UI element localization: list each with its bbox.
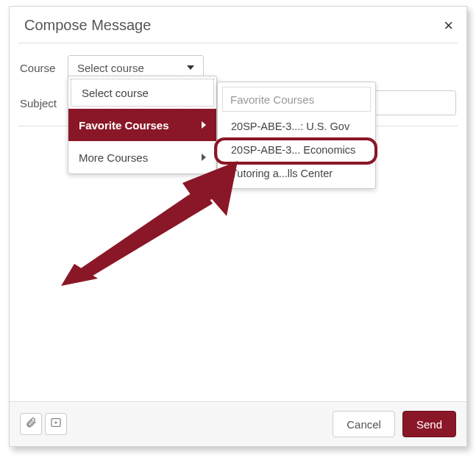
chevron-right-icon — [202, 154, 206, 161]
attach-button[interactable] — [20, 413, 42, 435]
subject-label: Subject — [20, 97, 68, 110]
send-button[interactable]: Send — [402, 411, 456, 437]
paperclip-icon — [25, 417, 37, 431]
footer-left — [20, 413, 67, 435]
media-button[interactable] — [45, 413, 67, 435]
course-label: Course — [20, 62, 68, 74]
svg-marker-4 — [55, 421, 58, 424]
course-dropdown: Select course Favorite Courses More Cour… — [68, 76, 217, 174]
dropdown-item-label: More Courses — [79, 151, 148, 164]
dropdown-item-label: Select course — [82, 87, 149, 99]
course-select-text: Select course — [77, 62, 144, 74]
chevron-right-icon — [202, 121, 206, 129]
dialog-footer: Cancel Send — [10, 401, 466, 446]
close-icon[interactable]: × — [444, 18, 453, 34]
dropdown-item-label: Favorite Courses — [79, 119, 169, 132]
dropdown-item-select-course[interactable]: Select course — [71, 79, 214, 107]
caret-down-icon — [187, 65, 194, 70]
compose-message-dialog: Compose Message × Course Select course S… — [9, 6, 467, 447]
play-square-icon — [50, 417, 62, 431]
dialog-title: Compose Message — [24, 17, 151, 34]
favorite-courses-submenu: Favorite Courses 20SP-ABE-3...: U.S. Gov… — [217, 82, 376, 189]
footer-right: Cancel Send — [333, 411, 456, 437]
dialog-header: Compose Message × — [10, 7, 466, 43]
dropdown-item-more-courses[interactable]: More Courses — [68, 141, 216, 173]
submenu-item-economics[interactable]: 20SP-ABE-3... Economics — [218, 138, 375, 162]
submenu-item-us-gov[interactable]: 20SP-ABE-3...: U.S. Gov — [218, 115, 375, 138]
submenu-header: Favorite Courses — [222, 87, 371, 112]
form-area: Course Select course Subject Select cour… — [10, 43, 466, 126]
submenu-item-tutoring[interactable]: Tutoring a...lls Center — [218, 162, 375, 185]
dropdown-item-favorite-courses[interactable]: Favorite Courses — [68, 109, 216, 141]
cancel-button[interactable]: Cancel — [333, 411, 395, 437]
